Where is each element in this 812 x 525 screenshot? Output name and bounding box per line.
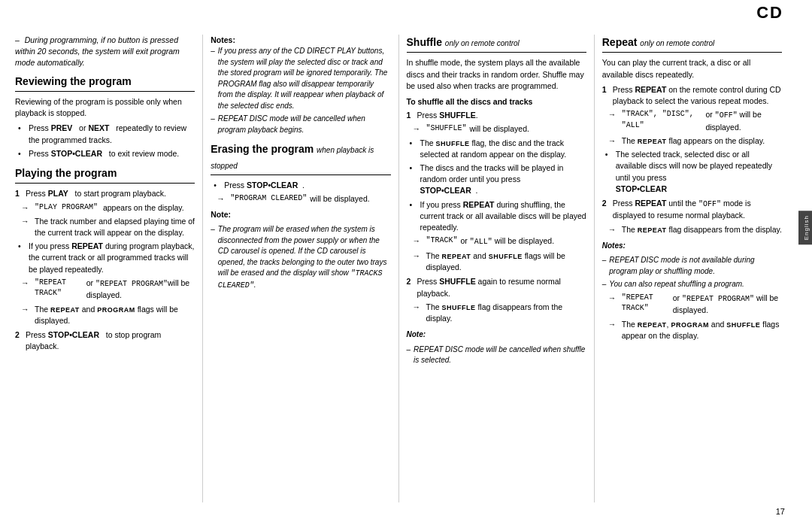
shuffle-item-2: 2 Press SHUFFLE again to resume normal p… [407, 276, 586, 299]
section-reviewing-title: Reviewing the program [15, 74, 195, 92]
shuffle-bullet-3: • If you press REPEAT during shuffling, … [407, 199, 586, 234]
shuffle-item-1: 1 Press SHUFFLE. [407, 110, 586, 121]
arrow-icon: → [217, 193, 227, 205]
col1-top-note: – During programming, if no button is pr… [15, 35, 195, 69]
item-number: 2 [602, 198, 610, 222]
arrow-icon: → [608, 293, 619, 317]
dash-icon: – [211, 224, 215, 291]
playing-item-2: 2 Press STOP•CLEAR to stop program playb… [15, 329, 195, 352]
column-3: Shuffle only on remote control In shuffl… [399, 35, 595, 502]
section-repeat-title: Repeat only on remote control [602, 35, 782, 53]
arrow-icon: → [608, 319, 619, 341]
bullet-icon: • [18, 148, 26, 159]
col2-notes: Notes: – If you press any of the CD DIRE… [211, 35, 390, 135]
playing-arrow-1d: → The REPEAT and PROGRAM flags will be d… [15, 304, 195, 326]
page-number: 17 [776, 507, 785, 516]
shuffle-subhead: To shuffle all the discs and tracks [407, 96, 586, 108]
playing-item-1: 1 Press PLAY to start program playback. [15, 188, 195, 199]
arrow-icon: → [21, 304, 32, 326]
arrow-icon: → [413, 302, 423, 324]
playing-arrow-1c: → "REPEAT TRACK" or "REPEAT PROGRAM"will… [15, 278, 195, 302]
note-item-2: – REPEAT DISC mode will be cancelled whe… [211, 114, 390, 135]
note-item-1: – If you press any of the CD DIRECT PLAY… [211, 46, 390, 111]
page: CD English 17 – During programming, if n… [0, 0, 812, 525]
shuffle-arrow-2a: → The SHUFFLE flag disappears from the d… [407, 302, 586, 324]
shuffle-note-label: Note: [407, 329, 586, 341]
item-number: 1 [407, 110, 414, 121]
arrow-icon: → [21, 216, 32, 238]
bullet-icon: • [214, 180, 221, 191]
erasing-note: – The program will be erased when the sy… [211, 224, 390, 291]
erasing-arrow-1: → "PROGRAM CLEARED" will be displayed. [211, 193, 390, 205]
repeat-notes-label: Notes: [602, 240, 782, 252]
item-number: 1 [602, 84, 610, 107]
cd-label: CD [750, 0, 789, 26]
arrow-icon: → [21, 202, 32, 214]
arrow-icon: → [413, 235, 423, 248]
shuffle-bullet-1: • The SHUFFLE flag, the disc and the tra… [407, 138, 586, 160]
erasing-bullet-1: • Press STOP•CLEAR . [211, 180, 390, 191]
main-content: – During programming, if no button is pr… [15, 35, 797, 502]
repeat-note-1: – REPEAT DISC mode is not available duri… [602, 255, 782, 277]
shuffle-arrow-1b: → "TRACK" or "ALL" will be displayed. [407, 235, 586, 248]
dash-icon: – [211, 114, 215, 135]
arrow-icon: → [608, 109, 619, 133]
repeat-arrow-2a: → The REPEAT flag disappears from the di… [602, 224, 782, 235]
bullet-icon: • [18, 123, 26, 145]
shuffle-note: – REPEAT DISC mode will be cancelled whe… [407, 344, 586, 366]
playing-arrow-1a: → "PLAY PROGRAM" appears on the display. [15, 202, 195, 214]
repeat-arrow-1a: → "TRACK", "DISC", "ALL" or "OFF" will b… [602, 109, 782, 133]
arrow-icon: → [608, 224, 619, 235]
reviewing-bullet-1: • Press PREV or NEXT repeatedly to revie… [15, 123, 195, 145]
section-playing-title: Playing the program [15, 165, 195, 184]
arrow-icon: → [608, 135, 619, 147]
column-2: Notes: – If you press any of the CD DIRE… [203, 35, 398, 502]
repeat-item-1: 1 Press REPEAT on the remote control dur… [602, 84, 782, 107]
shuffle-arrow-1c: → The REPEAT and SHUFFLE flags will be d… [407, 250, 586, 273]
section-shuffle-title: Shuffle only on remote control [407, 35, 586, 53]
playing-arrow-1b: → The track number and elapsed playing t… [15, 216, 195, 238]
item-number: 1 [15, 188, 23, 199]
shuffle-body: In shuffle mode, the system plays all th… [407, 57, 586, 92]
item-number: 2 [407, 276, 414, 299]
dash-icon: – [211, 46, 215, 111]
column-4: Repeat only on remote control You can pl… [595, 35, 782, 502]
bullet-icon: • [410, 162, 417, 197]
section-erasing-title: Erasing the program when playback is sto… [211, 141, 390, 175]
bullet-icon: • [18, 241, 26, 275]
notes-label: Notes: [211, 35, 390, 46]
repeat-arrow-1b: → The REPEAT flag appears on the display… [602, 135, 782, 147]
english-tab: English [798, 211, 812, 244]
arrow-icon: → [21, 278, 32, 302]
repeat-bullet-1: • The selected track, selected disc or a… [602, 149, 782, 195]
repeat-note-arrow-1: → "REPEAT TRACK" or "REPEAT PROGRAM" wil… [602, 293, 782, 317]
arrow-icon: → [413, 123, 423, 135]
reviewing-body: Reviewing of the program is possible onl… [15, 96, 195, 119]
playing-bullet-1: • If you press REPEAT during program pla… [15, 241, 195, 275]
repeat-note-2: – You can also repeat shuffling a progra… [602, 279, 782, 290]
repeat-item-2: 2 Press REPEAT until the "OFF" mode is d… [602, 198, 782, 222]
bullet-icon: • [410, 138, 417, 160]
dash-icon: – [602, 279, 607, 290]
repeat-body: You can play the current track, a disc o… [602, 57, 782, 80]
item-number: 2 [15, 329, 23, 352]
note-label-2: Note: [211, 209, 390, 220]
bullet-icon: • [410, 199, 417, 234]
shuffle-bullet-2: • The discs and the tracks will be playe… [407, 162, 586, 197]
repeat-note-arrow-2: → The REPEAT, PROGRAM and SHUFFLE flags … [602, 319, 782, 341]
shuffle-arrow-1a: → "SHUFFLE" will be displayed. [407, 123, 586, 135]
bullet-icon: • [605, 149, 613, 195]
reviewing-bullet-2: • Press STOP•CLEAR to exit review mode. [15, 148, 195, 159]
dash-icon: – [407, 344, 411, 366]
column-1: – During programming, if no button is pr… [15, 35, 203, 502]
arrow-icon: → [413, 250, 423, 273]
dash-icon: – [602, 255, 607, 277]
